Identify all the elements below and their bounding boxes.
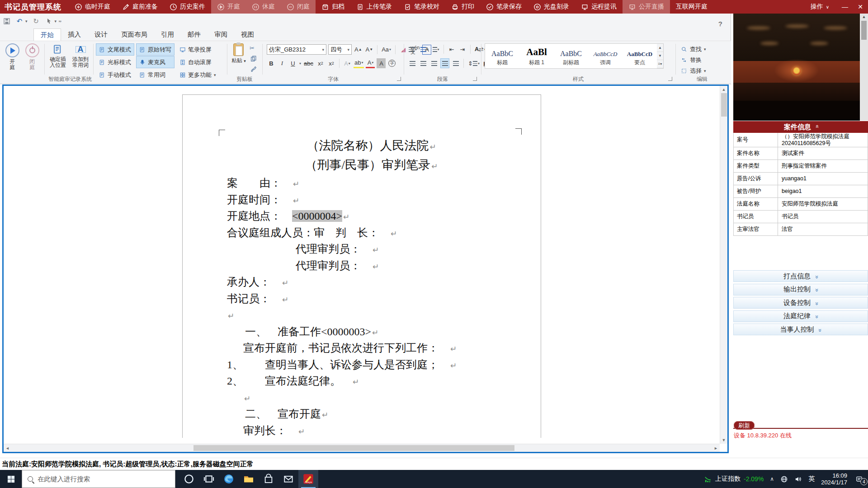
toggle-原始转写[interactable]: 原始转写 — [136, 43, 175, 56]
taskbar-app-store[interactable] — [259, 470, 278, 488]
confirm-insert-button[interactable]: 确定插入位置 — [46, 44, 70, 68]
line-spacing-button[interactable]: ⇕▾ — [467, 58, 481, 68]
video-scroll-up-icon[interactable]: ▲ — [860, 14, 868, 19]
horizontal-scroll-thumb[interactable] — [193, 445, 514, 451]
align-left-button[interactable] — [408, 58, 417, 68]
taskbar-app-cortana[interactable] — [179, 470, 199, 488]
numbered-list-button[interactable]: ▾ — [420, 44, 429, 54]
format-painter-icon[interactable] — [250, 66, 258, 73]
highlight-color-button[interactable]: ab▾ — [354, 58, 364, 68]
document-page[interactable]: （法院名称）人民法院↵（刑事/民事）审判笔录↵案 由： ↵开庭时间： ↵开庭地点… — [182, 94, 541, 438]
bullet-list-button[interactable]: ▾ — [408, 44, 418, 54]
tab-插入[interactable]: 插入 — [61, 28, 88, 41]
start-button[interactable] — [0, 470, 22, 488]
enclose-char-button[interactable]: 字 — [387, 58, 396, 68]
topbar-item[interactable]: 笔录校对 — [398, 0, 445, 14]
topbar-item[interactable]: 笔录保存 — [480, 0, 528, 14]
styles-scroll-down-icon[interactable]: ▼ — [657, 52, 663, 60]
styles-scroll-up-icon[interactable]: ▲ — [657, 44, 663, 52]
underline-button[interactable]: U — [288, 58, 297, 68]
copy-icon[interactable] — [250, 55, 258, 62]
shrink-font-button[interactable]: A▼ — [365, 45, 374, 55]
tray-expand-icon[interactable]: ∧ — [770, 476, 774, 482]
tab-页面布局[interactable]: 页面布局 — [114, 28, 154, 41]
char-shading-button[interactable]: A — [377, 58, 386, 68]
network-globe-icon[interactable] — [780, 475, 788, 483]
case-info-header[interactable]: 案件信息 » — [733, 121, 868, 133]
style-副标题[interactable]: AaBbC副标题 — [554, 44, 588, 68]
horizontal-scrollbar[interactable]: ◄ ► — [4, 444, 720, 452]
multilevel-list-button[interactable]: ▾ — [431, 44, 440, 54]
topbar-item[interactable]: 归档 — [316, 0, 350, 14]
section-设备控制[interactable]: 设备控制» — [733, 297, 868, 309]
align-right-button[interactable] — [429, 58, 439, 68]
font-color-button[interactable]: A▾ — [366, 58, 375, 68]
paragraph-dialog-launcher[interactable] — [473, 77, 477, 81]
change-case-button[interactable]: Aa▾ — [381, 45, 392, 55]
toggle-光标模式[interactable]: 光标模式 — [96, 56, 134, 68]
close-button[interactable]: ✕ — [853, 0, 868, 14]
font-size-select[interactable]: 四号▾ — [328, 44, 352, 55]
bold-button[interactable]: B — [267, 58, 276, 68]
paste-button[interactable]: 粘贴 ▾ — [231, 43, 246, 65]
subscript-button[interactable]: x2 — [316, 58, 325, 68]
save-icon[interactable] — [3, 17, 11, 25]
undo-dropdown-icon[interactable]: ▾ — [25, 19, 28, 23]
taskbar-clock[interactable]: 16:09 2024/1/17 — [821, 472, 847, 486]
strikethrough-button[interactable]: abc — [303, 58, 314, 68]
topbar-item[interactable]: 临时开庭 — [69, 0, 116, 14]
font-dialog-launcher[interactable] — [397, 77, 401, 81]
section-输出控制[interactable]: 输出控制» — [733, 284, 868, 296]
tab-审阅[interactable]: 审阅 — [208, 28, 234, 41]
style-强调[interactable]: AaBbCcD强调 — [588, 44, 623, 68]
superscript-button[interactable]: x2 — [327, 58, 336, 68]
video-scrollbar[interactable]: ▲ — [860, 14, 868, 121]
taskbar-app-avsys[interactable]: Avsys — [298, 470, 318, 488]
styles-more-icon[interactable]: ≡▾ — [657, 60, 663, 68]
toggle-文尾模式[interactable]: 文尾模式 — [96, 43, 134, 56]
stock-ticker[interactable]: 上证指数 -2.09% — [704, 475, 764, 483]
topbar-item[interactable]: 远程提讯 — [575, 0, 623, 14]
video-scroll-thumb[interactable] — [861, 21, 867, 40]
help-icon[interactable]: ? — [718, 20, 722, 28]
text-effects-button[interactable]: A▾ — [343, 58, 352, 68]
style-标题 1[interactable]: AaBl标题 1 — [519, 44, 554, 68]
tab-开始[interactable]: 开始 — [33, 28, 61, 41]
topbar-item[interactable]: 上传笔录 — [350, 0, 398, 14]
toggle-麦克风[interactable]: 麦克风 — [136, 56, 175, 68]
section-打点信息[interactable]: 打点信息» — [733, 270, 868, 282]
section-当事人控制[interactable]: 当事人控制» — [733, 324, 868, 335]
section-法庭纪律[interactable]: 法庭纪律» — [733, 310, 868, 322]
tab-邮件[interactable]: 邮件 — [181, 28, 208, 41]
scroll-down-icon[interactable]: ▼ — [720, 438, 727, 442]
refresh-button[interactable]: 刷新 — [734, 421, 755, 430]
scroll-left-icon[interactable]: ◄ — [4, 444, 11, 452]
tab-引用[interactable]: 引用 — [154, 28, 181, 41]
align-center-button[interactable] — [419, 58, 428, 68]
open-court-button[interactable]: 开庭 — [3, 43, 22, 70]
styles-dialog-launcher[interactable] — [668, 77, 672, 81]
font-name-select[interactable]: 仿宋_GB2312▾ — [267, 44, 326, 55]
increase-indent-button[interactable]: ⇥ — [458, 44, 467, 54]
taskbar-search[interactable]: 在此键入进行搜索 — [22, 470, 175, 488]
redo-icon[interactable]: ↻ — [32, 17, 40, 25]
taskbar-app-explorer[interactable] — [239, 470, 259, 488]
toggle-更多功能[interactable]: 更多功能▾ — [176, 69, 219, 81]
volume-icon[interactable] — [794, 475, 802, 483]
taskbar-app-taskview[interactable] — [199, 470, 219, 488]
undo-icon[interactable]: ↶ — [15, 17, 24, 25]
toggle-常用词[interactable]: 常用词 — [136, 69, 175, 81]
选择-button[interactable]: 选择▾ — [681, 67, 706, 75]
justify-button[interactable] — [440, 58, 449, 68]
input-language[interactable]: 英 — [808, 475, 815, 483]
toggle-笔录投屏[interactable]: 笔录投屏 — [176, 43, 219, 56]
toggle-自动滚屏[interactable]: 自动滚屏 — [176, 56, 219, 68]
minimize-button[interactable]: — — [837, 0, 853, 14]
scroll-right-icon[interactable]: ► — [712, 444, 720, 452]
toggle-手动模式[interactable]: 手动模式 — [96, 69, 134, 81]
touch-mode-icon[interactable] — [45, 17, 53, 25]
close-court-button[interactable]: 闭庭 — [23, 43, 42, 70]
tab-视图[interactable]: 视图 — [234, 28, 261, 41]
cut-icon[interactable]: ✂ — [250, 45, 258, 52]
topbar-item[interactable]: 打印 — [445, 0, 480, 14]
